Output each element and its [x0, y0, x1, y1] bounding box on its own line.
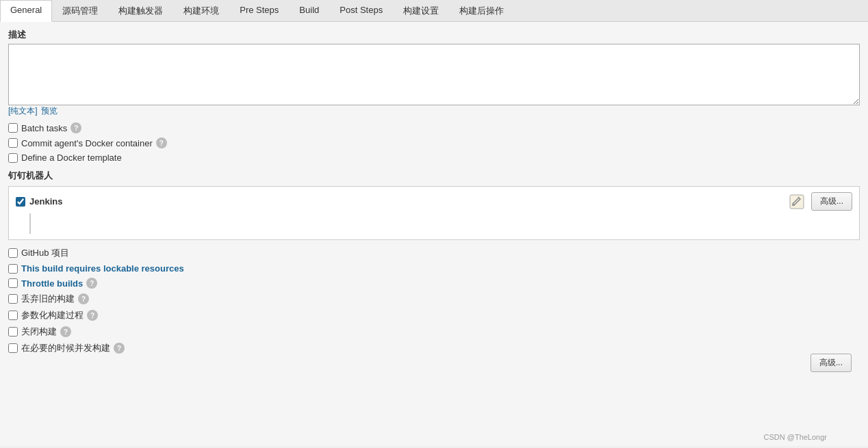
description-label: 描述: [8, 29, 860, 41]
robot-advanced-button[interactable]: 高级...: [811, 192, 852, 211]
help-icon-discard_old[interactable]: ?: [78, 293, 89, 304]
checkbox-label-lockable: This build requires lockable resources: [21, 263, 184, 274]
tab-源码管理[interactable]: 源码管理: [52, 0, 108, 21]
bottom-advanced-button[interactable]: 高级...: [810, 354, 852, 372]
robot-divider: [29, 213, 852, 234]
help-icon-throttle[interactable]: ?: [86, 278, 97, 289]
checkbox-row-concurrent: 在必要的时候并发构建?: [8, 342, 860, 354]
checkbox-github_proj[interactable]: [8, 248, 18, 258]
main-content: 描述 [纯文本] 预览 Batch tasks?Commit agent's D…: [0, 22, 868, 446]
watermark: CSDN @TheLongr: [764, 433, 827, 441]
checkbox-throttle[interactable]: [8, 278, 18, 288]
checkbox-commit_docker[interactable]: [8, 138, 18, 148]
checkbox-row-batch_tasks: Batch tasks?: [8, 122, 860, 133]
checkbox-row-define_docker: Define a Docker template: [8, 153, 860, 163]
checkbox-concurrent[interactable]: [8, 343, 18, 353]
tab-构建触发器[interactable]: 构建触发器: [108, 0, 173, 21]
robot-box: Jenkins 高级...: [8, 186, 860, 240]
checkbox-label-github_proj: GitHub 项目: [21, 247, 69, 259]
checkbox-define_docker[interactable]: [8, 153, 18, 163]
checkbox-row-github_proj: GitHub 项目: [8, 247, 860, 259]
help-icon-parametrize[interactable]: ?: [87, 310, 98, 321]
checkbox-row-discard_old: 丢弃旧的构建?: [8, 293, 860, 305]
robot-right: 高级...: [788, 192, 852, 211]
robot-section-label: 钉钉机器人: [8, 170, 860, 182]
tab-post-steps[interactable]: Post Steps: [329, 0, 393, 21]
checkboxes-group2: GitHub 项目This build requires lockable re…: [8, 247, 860, 354]
tab-general[interactable]: General: [0, 0, 52, 22]
checkbox-label-define_docker: Define a Docker template: [21, 153, 122, 163]
help-icon-batch_tasks[interactable]: ?: [71, 122, 81, 133]
preview-link[interactable]: 预览: [41, 106, 58, 116]
robot-left: Jenkins: [16, 196, 62, 207]
help-icon-commit_docker[interactable]: ?: [156, 137, 167, 148]
checkbox-label-batch_tasks: Batch tasks: [21, 123, 67, 133]
checkbox-row-disable_build: 关闭构建?: [8, 326, 860, 338]
jenkins-checkbox[interactable]: [16, 197, 25, 207]
help-icon-disable_build[interactable]: ?: [60, 326, 71, 337]
checkbox-row-parametrize: 参数化构建过程?: [8, 309, 860, 321]
checkbox-batch_tasks[interactable]: [8, 123, 18, 133]
checkbox-label-disable_build: 关闭构建: [21, 326, 57, 338]
checkboxes-group1: Batch tasks?Commit agent's Docker contai…: [8, 122, 860, 163]
tab-pre-steps[interactable]: Pre Steps: [229, 0, 289, 21]
tab-构建后操作[interactable]: 构建后操作: [449, 0, 514, 21]
checkbox-row-lockable: This build requires lockable resources: [8, 263, 860, 274]
help-icon-concurrent[interactable]: ?: [114, 343, 125, 354]
tab-构建环境[interactable]: 构建环境: [173, 0, 229, 21]
checkbox-label-concurrent: 在必要的时候并发构建: [21, 342, 110, 354]
checkbox-label-discard_old: 丢弃旧的构建: [21, 293, 75, 305]
checkbox-row-throttle: Throttle builds?: [8, 278, 860, 289]
checkbox-lockable[interactable]: [8, 264, 18, 274]
checkbox-row-commit_docker: Commit agent's Docker container?: [8, 137, 860, 148]
plain-text-link[interactable]: [纯文本]: [8, 106, 38, 116]
edit-icon: [789, 194, 804, 209]
checkbox-label-commit_docker: Commit agent's Docker container: [21, 138, 153, 148]
checkbox-parametrize[interactable]: [8, 311, 18, 320]
description-textarea[interactable]: [8, 44, 860, 105]
checkbox-discard_old[interactable]: [8, 294, 18, 304]
checkbox-label-parametrize: 参数化构建过程: [21, 309, 84, 321]
jenkins-label: Jenkins: [29, 196, 62, 207]
tab-build[interactable]: Build: [289, 0, 329, 21]
bottom-area: 高级...: [8, 358, 860, 386]
checkbox-label-throttle: Throttle builds: [21, 278, 83, 289]
robot-row: Jenkins 高级...: [16, 192, 852, 211]
tab-bar: General源码管理构建触发器构建环境Pre StepsBuildPost S…: [0, 0, 868, 22]
edit-icon-button[interactable]: [788, 193, 806, 211]
tab-构建设置[interactable]: 构建设置: [393, 0, 449, 21]
checkbox-disable_build[interactable]: [8, 327, 18, 337]
